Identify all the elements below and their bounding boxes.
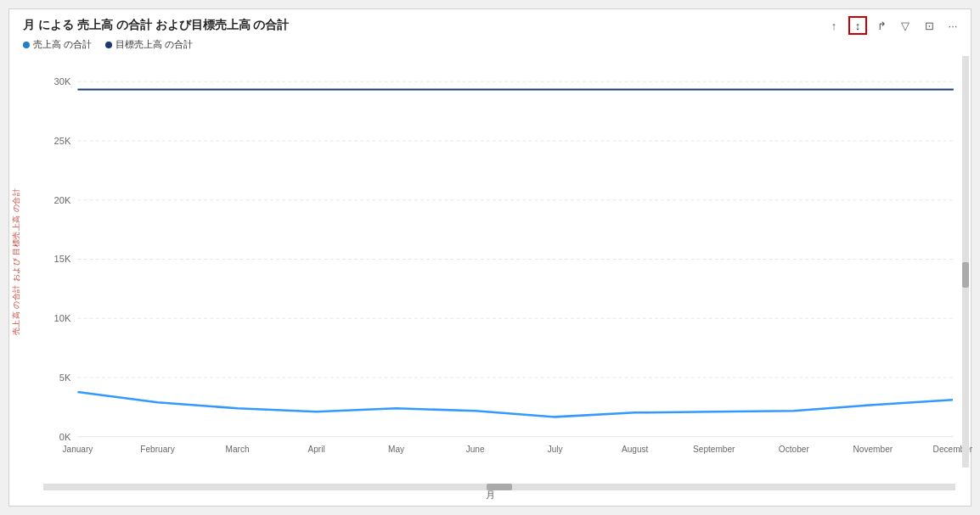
scrollbar-bottom[interactable] [43, 484, 955, 490]
x-axis-label: 月 [486, 489, 495, 501]
svg-text:May: May [388, 445, 405, 454]
svg-text:September: September [693, 445, 735, 454]
legend-item-target: 目標売上高 の合計 [105, 38, 193, 51]
chart-container: 月 による 売上高 の合計 および目標売上高 の合計 ↑ ↕ ↱ ▽ ⊡ ···… [8, 8, 972, 507]
legend-dot-sales [23, 42, 30, 48]
svg-text:5K: 5K [59, 372, 71, 383]
svg-text:30K: 30K [54, 76, 71, 87]
y-axis-text: 売上高 の合計 および 目標売上高 の合計 [12, 188, 23, 336]
focus-icon[interactable]: ⊡ [920, 16, 938, 35]
svg-text:15K: 15K [54, 255, 71, 265]
scrollbar-thumb-right[interactable] [962, 262, 969, 288]
svg-text:November: November [853, 445, 893, 454]
chart-title: 月 による 売上高 の合計 および目標売上高 の合計 [23, 18, 289, 33]
chart-svg: 30K 25K 20K 15K 10K 5K 0K January [43, 56, 962, 467]
svg-text:March: March [226, 445, 250, 454]
svg-text:October: October [779, 445, 810, 454]
svg-text:0K: 0K [59, 432, 71, 442]
sort-ascending-icon[interactable]: ↑ [825, 16, 843, 35]
scrollbar-right[interactable] [962, 56, 969, 467]
svg-text:10K: 10K [54, 313, 71, 323]
svg-text:April: April [307, 445, 324, 454]
y-axis-label: 売上高 の合計 および 目標売上高 の合計 [9, 56, 25, 467]
legend-label-sales: 売上高 の合計 [33, 38, 92, 51]
svg-text:June: June [466, 445, 485, 454]
svg-text:July: July [548, 445, 564, 454]
legend-label-target: 目標売上高 の合計 [115, 38, 193, 51]
filter-icon[interactable]: ▽ [896, 16, 915, 35]
svg-text:February: February [140, 445, 175, 454]
svg-text:January: January [62, 445, 93, 454]
scrollbar-thumb-bottom[interactable] [487, 484, 512, 490]
legend-item-sales: 売上高 の合計 [23, 38, 92, 51]
legend: 売上高 の合計 目標売上高 の合計 [23, 38, 193, 51]
svg-text:August: August [622, 445, 649, 454]
more-icon[interactable]: ··· [943, 16, 962, 35]
legend-dot-target [105, 42, 112, 48]
svg-text:25K: 25K [54, 136, 71, 146]
chart-area: 30K 25K 20K 15K 10K 5K 0K January [43, 56, 962, 467]
expand-icon[interactable]: ↱ [872, 16, 891, 35]
svg-text:20K: 20K [54, 195, 71, 205]
sort-both-icon[interactable]: ↕ [848, 16, 867, 35]
toolbar: ↑ ↕ ↱ ▽ ⊡ ··· [825, 16, 962, 35]
